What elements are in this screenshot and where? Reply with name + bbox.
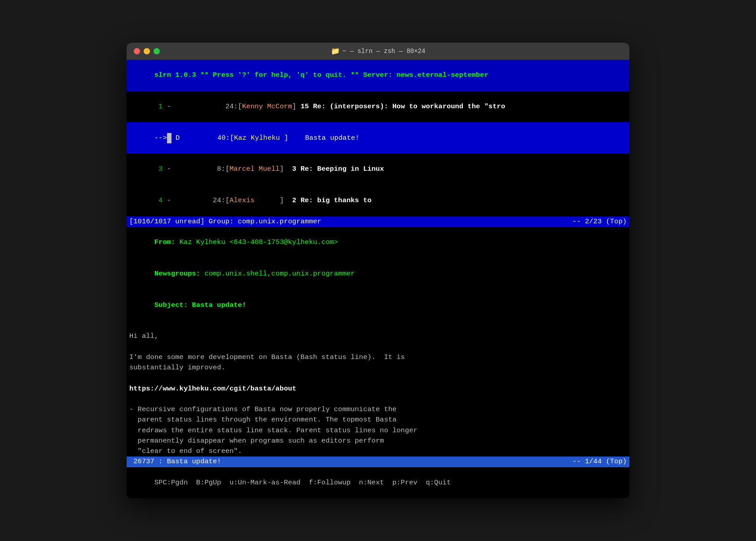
subject-label: Subject: (154, 301, 188, 309)
article-body-hi: Hi all, (127, 331, 629, 341)
from-label: From: (154, 238, 176, 246)
window-title: 📁 ~ — slrn — zsh — 80×24 (331, 47, 426, 56)
terminal-body[interactable]: slrn 1.0.3 ** Press '?' for help, 'q' to… (127, 60, 629, 499)
article-num-3: 3 (154, 165, 163, 173)
article-body-bullet2: parent status lines through the environm… (127, 415, 629, 425)
article-body-url[interactable]: https://www.kylheku.com/cgit/basta/about (127, 384, 629, 394)
group-status-line: [1016/1017 unread] Group: comp.unix.prog… (127, 217, 629, 227)
subject-value: Basta update! (192, 301, 246, 309)
slrn-header: slrn 1.0.3 ** Press '?' for help, 'q' to… (127, 60, 629, 91)
from-value: Kaz Kylheku <643-408-1753@kylheku.com> (180, 238, 338, 246)
article-author-4: Alexis (229, 196, 280, 204)
article-line-2-selected[interactable]: --> D 40:[Kaz Kylheku ] Basta update! (127, 122, 629, 154)
article-author-3: Marcel Muell (229, 165, 280, 173)
article-status-left: 26737 : Basta update! (129, 457, 221, 467)
cursor (167, 133, 171, 143)
traffic-lights (134, 48, 160, 54)
article-body-blank4 (127, 394, 629, 404)
article-num-4: 4 (154, 196, 163, 204)
keybind-line: SPC:Pgdn B:PgUp u:Un-Mark-as-Read f:Foll… (127, 467, 629, 499)
article-newsgroups-line: Newsgroups: comp.unix.shell,comp.unix.pr… (127, 258, 629, 290)
article-status-line: 26737 : Basta update! -- 1/44 (Top) (127, 457, 629, 467)
terminal-window: 📁 ~ — slrn — zsh — 80×24 slrn 1.0.3 ** P… (127, 43, 629, 499)
titlebar: 📁 ~ — slrn — zsh — 80×24 (127, 43, 629, 60)
article-subject-line: Subject: Basta update! (127, 289, 629, 321)
article-body-blank3 (127, 373, 629, 383)
group-status-left: [1016/1017 unread] Group: comp.unix.prog… (129, 217, 321, 227)
minimize-button[interactable] (144, 48, 150, 54)
article-body-line1: I'm done some more development on Basta … (127, 352, 629, 363)
newsgroups-label: Newsgroups: (154, 270, 200, 278)
article-body-bullet4: permanently disappear when programs such… (127, 436, 629, 446)
newsgroups-value: comp.unix.shell,comp.unix.programmer (204, 270, 355, 278)
folder-icon: 📁 (331, 47, 340, 56)
maximize-button[interactable] (154, 48, 160, 54)
article-line-1[interactable]: 1 - 24:[Kenny McCorm] 15 Re: (interposer… (127, 91, 629, 123)
article-body-bullet1: - Recursive configurations of Basta now … (127, 404, 629, 415)
article-line-4[interactable]: 4 - 24:[Alexis ] 2 Re: big thanks to (127, 185, 629, 217)
article-from-line: From: Kaz Kylheku <643-408-1753@kylheku.… (127, 227, 629, 258)
article-author-1: Kenny McCorm (242, 102, 292, 111)
article-body-bullet5: "clear to end of screen". (127, 446, 629, 457)
article-body-line2: substantially improved. (127, 363, 629, 373)
article-body-bullet3: redraws the entire status line stack. Pa… (127, 426, 629, 436)
close-button[interactable] (134, 48, 140, 54)
group-status-right: -- 2/23 (Top) (572, 217, 627, 227)
article-body-blank2 (127, 342, 629, 352)
article-status-right: -- 1/44 (Top) (572, 457, 627, 467)
article-line-3[interactable]: 3 - 8:[Marcel Muell] 3 Re: Beeping in Li… (127, 154, 629, 185)
article-num-1: 1 (154, 102, 163, 111)
article-body-blank1 (127, 321, 629, 331)
